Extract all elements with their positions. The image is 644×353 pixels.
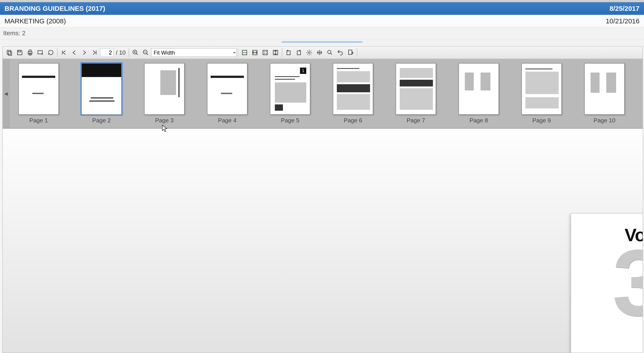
thumbnail-page-7[interactable]: Page 7: [396, 63, 436, 124]
thumbnail-label: Page 9: [532, 117, 551, 124]
document-list: BRANDING GUIDELINES (2017) 8/25/2017 MAR…: [0, 2, 644, 28]
svg-point-15: [308, 52, 310, 54]
rendered-page: Volu 3: [571, 213, 643, 352]
thumbnail-label: Page 7: [407, 117, 425, 124]
rotate-left-icon[interactable]: [284, 48, 294, 58]
fit-width-icon[interactable]: [250, 48, 260, 58]
svg-rect-0: [7, 50, 10, 54]
thumbnail-label: Page 6: [344, 117, 362, 124]
fit-window-icon[interactable]: [260, 48, 270, 58]
thumbnails: Page 1 Page 2 Page 3: [10, 59, 643, 128]
svg-rect-13: [287, 51, 290, 55]
svg-rect-11: [263, 50, 268, 55]
document-row[interactable]: MARKETING (2008) 10/21/2016: [0, 15, 644, 28]
refresh-icon[interactable]: [46, 48, 56, 58]
page-number-graphic: 3: [612, 245, 643, 320]
last-page-icon[interactable]: [90, 48, 100, 58]
svg-rect-4: [29, 50, 31, 52]
first-page-icon[interactable]: [59, 48, 69, 58]
thumb-scroll-left[interactable]: ◀: [3, 59, 10, 128]
rotate-right-icon[interactable]: [294, 48, 304, 58]
thumbnail-label: Page 5: [281, 117, 299, 124]
toolbar-separator: [129, 48, 129, 57]
svg-rect-2: [18, 50, 21, 52]
thumbnail-page-10[interactable]: Page 10: [584, 63, 625, 124]
svg-rect-6: [38, 50, 42, 54]
svg-rect-1: [8, 52, 12, 56]
page-total-label: / 10: [114, 49, 127, 56]
zoom-in-icon[interactable]: [130, 48, 140, 58]
crop-icon[interactable]: [314, 48, 324, 58]
document-title: BRANDING GUIDELINES (2017): [4, 5, 105, 12]
zoom-region-icon[interactable]: [325, 48, 335, 58]
toolbar-separator: [238, 48, 238, 57]
thumbnail-strip: ◀ Page 1 Page 2: [3, 59, 643, 129]
thumbnail-page-9[interactable]: Page 9: [522, 63, 562, 124]
viewer-toolbar: / 10 Fit Width: [3, 46, 643, 59]
toolbar-separator: [57, 48, 58, 57]
fit-page-icon[interactable]: [240, 48, 250, 58]
zoom-out-icon[interactable]: [141, 48, 151, 58]
toolbar-separator: [282, 48, 282, 57]
thumbnail-label: Page 1: [30, 117, 48, 124]
fit-height-icon[interactable]: [270, 48, 280, 58]
thumbnail-label: Page 2: [92, 117, 111, 124]
thumbnail-label: Page 8: [470, 117, 488, 124]
thumbnail-page-8[interactable]: Page 8: [458, 63, 499, 124]
thumbnail-page-5[interactable]: 1 Page 5: [270, 63, 310, 124]
thumbnail-page-1[interactable]: Page 1: [18, 63, 59, 124]
scan-add-icon[interactable]: [36, 48, 45, 58]
svg-rect-14: [297, 51, 301, 55]
insert-page-icon[interactable]: [346, 48, 356, 58]
print-icon[interactable]: [25, 48, 35, 58]
svg-rect-17: [349, 50, 352, 54]
current-page-input[interactable]: [100, 48, 114, 57]
document-date: 10/21/2016: [606, 17, 640, 25]
zoom-mode-select[interactable]: Fit Width: [151, 48, 236, 57]
splitter-handle[interactable]: [0, 39, 644, 45]
prev-page-icon[interactable]: [69, 48, 79, 58]
document-date: 8/25/2017: [610, 5, 640, 12]
next-page-icon[interactable]: [80, 48, 89, 58]
thumbnail-label: Page 10: [594, 117, 616, 124]
document-title: MARKETING (2008): [4, 17, 66, 25]
window-top-strip: [0, 0, 644, 2]
items-count: Items: 2: [0, 28, 644, 39]
toolbar-separator: [357, 48, 357, 57]
copy-icon[interactable]: [4, 48, 14, 58]
thumbnail-label: Page 4: [218, 117, 236, 124]
page-view-area[interactable]: Volu 3: [3, 129, 643, 352]
undo-icon[interactable]: [335, 48, 345, 58]
document-viewer: / 10 Fit Width ◀ Page 1: [2, 46, 643, 353]
document-row-selected[interactable]: BRANDING GUIDELINES (2017) 8/25/2017: [0, 2, 644, 15]
settings-icon[interactable]: [304, 48, 314, 58]
thumbnail-page-4[interactable]: Page 4: [207, 63, 248, 124]
thumbnail-label: Page 3: [155, 117, 174, 124]
thumbnail-page-3[interactable]: Page 3: [144, 63, 184, 124]
thumbnail-page-6[interactable]: Page 6: [333, 63, 373, 124]
thumbnail-page-2[interactable]: Page 2: [81, 63, 122, 124]
save-icon[interactable]: [15, 48, 25, 58]
splitter-grip-icon: [282, 41, 362, 43]
